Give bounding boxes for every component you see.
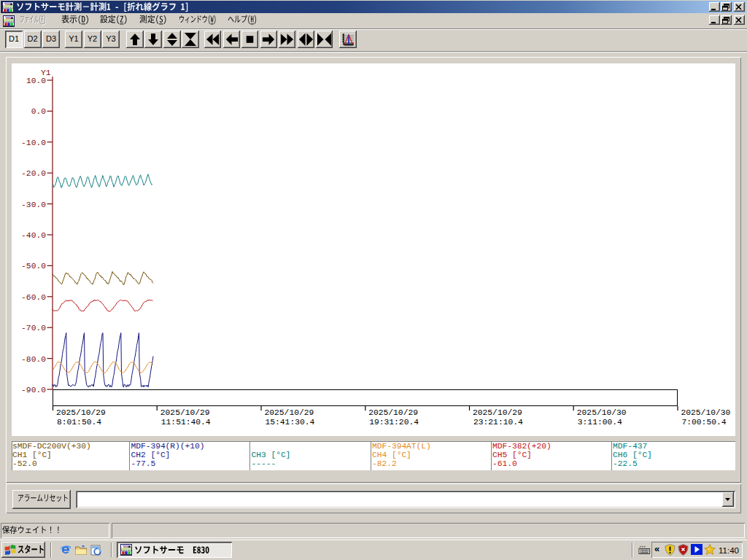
svg-text:23:21:10.4: 23:21:10.4 (473, 418, 523, 427)
svg-text:7:00:50.4: 7:00:50.4 (682, 418, 727, 427)
svg-text:2025/10/30: 2025/10/30 (577, 408, 627, 417)
svg-text:2025/10/29: 2025/10/29 (160, 408, 210, 417)
svg-text:2025/10/29: 2025/10/29 (368, 408, 418, 417)
svg-text:-80.0: -80.0 (21, 355, 46, 364)
svg-text:-10.0: -10.0 (21, 139, 46, 147)
svg-text:10.0: 10.0 (26, 77, 46, 85)
svg-text:Y1: Y1 (41, 69, 51, 77)
svg-text:-50.0: -50.0 (21, 262, 46, 271)
svg-text:-20.0: -20.0 (21, 169, 46, 178)
svg-text:-70.0: -70.0 (21, 324, 46, 332)
svg-text:3:11:00.4: 3:11:00.4 (578, 418, 622, 427)
svg-text:-30.0: -30.0 (21, 201, 46, 209)
svg-text:2025/10/30: 2025/10/30 (681, 408, 731, 417)
svg-text:2025/10/29: 2025/10/29 (265, 408, 314, 417)
svg-text:0.0: 0.0 (31, 107, 47, 116)
svg-text:8:01:50.4: 8:01:50.4 (57, 418, 101, 427)
svg-text:2025/10/29: 2025/10/29 (56, 408, 106, 417)
svg-text:-90.0: -90.0 (21, 386, 46, 394)
svg-text:15:41:30.4: 15:41:30.4 (266, 418, 315, 427)
svg-text:19:31:20.4: 19:31:20.4 (369, 418, 419, 427)
svg-text:11:51:40.4: 11:51:40.4 (161, 418, 211, 427)
svg-text:2025/10/29: 2025/10/29 (473, 408, 522, 417)
svg-text:-60.0: -60.0 (21, 293, 46, 302)
svg-text:-40.0: -40.0 (21, 231, 46, 240)
